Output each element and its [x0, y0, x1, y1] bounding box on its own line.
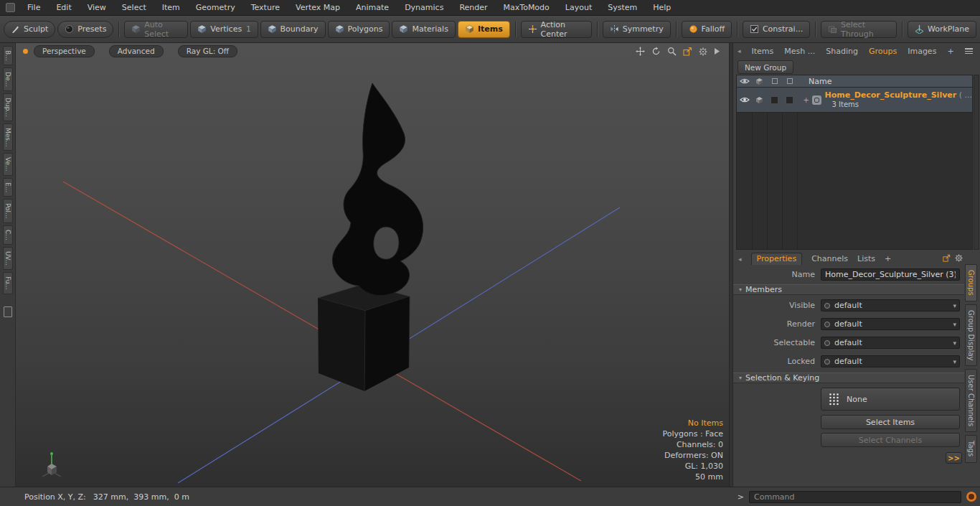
- left-tab-fusion[interactable]: Fu...: [3, 272, 13, 294]
- tab-lists[interactable]: Lists: [857, 254, 875, 263]
- gear-icon[interactable]: [699, 47, 707, 56]
- pan-icon[interactable]: [636, 47, 645, 56]
- falloff-button[interactable]: Falloff: [682, 21, 732, 38]
- left-tab-basic[interactable]: B...: [3, 46, 13, 65]
- side-tab-group-display[interactable]: Group Display: [965, 304, 977, 366]
- symmetry-button[interactable]: Symmetry: [603, 21, 671, 38]
- tab-mesh-ops[interactable]: Mesh ...: [784, 47, 815, 56]
- menu-select[interactable]: Select: [114, 0, 154, 16]
- members-section-header[interactable]: ▾ Members: [733, 284, 964, 295]
- raygl-button[interactable]: Ray GL: Off: [178, 45, 237, 57]
- vertices-button[interactable]: Vertices 1: [190, 21, 258, 38]
- visible-row: Visible default ▾: [738, 299, 960, 311]
- page-icon[interactable]: [4, 306, 12, 317]
- visible-label: Visible: [738, 301, 821, 310]
- rotate-icon[interactable]: [651, 47, 661, 56]
- items-mode-button[interactable]: Items: [458, 21, 510, 38]
- menu-dynamics[interactable]: Dynamics: [397, 0, 451, 16]
- select-channels-button[interactable]: Select Channels: [821, 433, 960, 447]
- selectable-dropdown[interactable]: default ▾: [821, 337, 960, 349]
- menu-render[interactable]: Render: [451, 0, 495, 16]
- expand-tree-icon[interactable]: +: [802, 96, 811, 104]
- locked-dropdown[interactable]: default ▾: [821, 355, 960, 367]
- side-tab-user-channels[interactable]: User Channels: [965, 369, 977, 432]
- left-tab-vertex[interactable]: Ve...: [3, 153, 13, 176]
- render-dropdown[interactable]: default ▾: [821, 318, 960, 330]
- sphere-icon: [65, 24, 74, 34]
- tab-groups[interactable]: Groups: [869, 47, 897, 56]
- viewport-3d[interactable]: Perspective Advanced Ray GL: Off No Item…: [16, 43, 729, 487]
- tab-channels[interactable]: Channels: [811, 254, 848, 263]
- menu-help[interactable]: Help: [645, 0, 679, 16]
- menu-file[interactable]: File: [19, 0, 48, 16]
- menu-system[interactable]: System: [600, 0, 645, 16]
- render-toggle-icon[interactable]: [752, 96, 767, 104]
- add-tab-button[interactable]: +: [947, 47, 953, 56]
- expand-more-button[interactable]: >>: [946, 452, 962, 464]
- visible-dropdown[interactable]: default ▾: [821, 299, 960, 311]
- tab-properties[interactable]: Properties: [751, 253, 803, 265]
- new-group-button[interactable]: New Group: [738, 60, 793, 74]
- collapse-arrow-icon[interactable]: ◂: [738, 47, 741, 55]
- presets-button[interactable]: Presets: [57, 21, 113, 38]
- menu-animate[interactable]: Animate: [348, 0, 397, 16]
- workplane-button[interactable]: WorkPlane: [908, 21, 976, 38]
- side-tab-groups[interactable]: Groups: [965, 264, 977, 301]
- materials-button[interactable]: Materials: [392, 21, 455, 38]
- menu-maxtomodo[interactable]: MaxToModo: [496, 0, 557, 16]
- menu-layout[interactable]: Layout: [557, 0, 600, 16]
- expand-arrow-icon[interactable]: [714, 47, 720, 55]
- select-through-button[interactable]: Select Through: [821, 21, 897, 38]
- action-center-button[interactable]: Action Center: [521, 21, 592, 38]
- maximize-icon[interactable]: [683, 47, 692, 56]
- channel-dot-icon[interactable]: [824, 340, 830, 346]
- zoom-icon[interactable]: [667, 47, 677, 56]
- left-tab-polygon[interactable]: Pol...: [3, 199, 13, 223]
- lock-checkbox[interactable]: [767, 96, 782, 104]
- auto-select-button[interactable]: Auto Select: [124, 21, 188, 38]
- menu-texture[interactable]: Texture: [243, 0, 288, 16]
- list-scrollbar[interactable]: [974, 75, 979, 250]
- left-tab-deform[interactable]: De...: [3, 67, 13, 91]
- left-tab-mesh[interactable]: Mes...: [3, 123, 13, 151]
- boundary-button[interactable]: Boundary: [260, 21, 326, 38]
- sculpt-button[interactable]: Sculpt: [4, 21, 55, 38]
- command-input[interactable]: [749, 491, 961, 503]
- group-row[interactable]: + Home_Decor_Sculpture_Silver ( ... 3 It…: [737, 88, 972, 113]
- channel-dot-icon[interactable]: [824, 359, 830, 365]
- viewport-canvas[interactable]: [16, 43, 729, 487]
- add-tab-button[interactable]: +: [885, 254, 891, 263]
- menu-geometry[interactable]: Geometry: [188, 0, 243, 16]
- menu-view[interactable]: View: [80, 0, 114, 16]
- left-tab-uv[interactable]: UV...: [3, 247, 13, 270]
- command-target-icon[interactable]: [966, 492, 976, 502]
- panel-menu-icon[interactable]: [965, 48, 973, 54]
- maximize-icon[interactable]: [943, 254, 951, 262]
- tab-items[interactable]: Items: [752, 47, 774, 56]
- collapse-arrow-icon[interactable]: ◂: [738, 256, 742, 263]
- shading-mode-button[interactable]: Advanced: [109, 45, 164, 57]
- left-tab-curve[interactable]: C...: [3, 225, 13, 245]
- visibility-eye-icon[interactable]: [737, 96, 752, 103]
- select-items-button[interactable]: Select Items: [821, 415, 960, 429]
- left-tab-edge[interactable]: E...: [3, 178, 13, 197]
- polygons-button[interactable]: Polygons: [328, 21, 390, 38]
- menu-item[interactable]: Item: [154, 0, 188, 16]
- menu-edit[interactable]: Edit: [48, 0, 79, 16]
- tab-images[interactable]: Images: [908, 47, 936, 56]
- tab-shading[interactable]: Shading: [826, 47, 858, 56]
- channel-dot-icon[interactable]: [824, 322, 830, 327]
- perspective-button[interactable]: Perspective: [34, 45, 95, 57]
- constraints-button[interactable]: Constrai...: [743, 21, 810, 38]
- viewport-menu-dot[interactable]: [23, 49, 28, 54]
- keying-none-button[interactable]: None: [821, 388, 960, 411]
- filter-checkbox[interactable]: [782, 96, 797, 104]
- side-tab-tags[interactable]: Tags: [965, 435, 977, 462]
- menu-vertex-map[interactable]: Vertex Map: [288, 0, 348, 16]
- left-tab-duplicate[interactable]: Dup...: [3, 93, 13, 121]
- group-name[interactable]: Home_Decor_Sculpture_Silver: [825, 90, 957, 100]
- gear-icon[interactable]: [955, 254, 963, 262]
- selection-keying-section-header[interactable]: ▾ Selection & Keying: [733, 373, 964, 383]
- channel-dot-icon[interactable]: [824, 303, 830, 309]
- group-name-input[interactable]: [821, 268, 960, 281]
